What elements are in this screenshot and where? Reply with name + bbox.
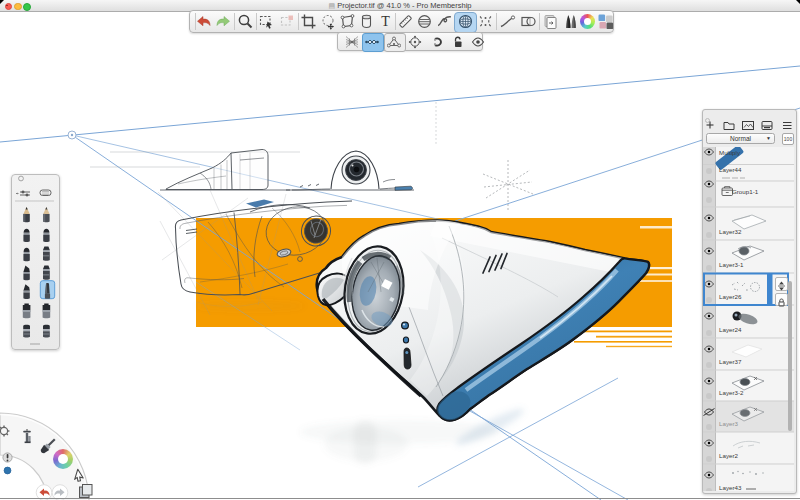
svg-text:Layer37: Layer37 [719,358,742,365]
svg-text:Layer3-1: Layer3-1 [719,261,744,268]
svg-text:Layer43: Layer43 [719,484,742,491]
svg-text:Layer3: Layer3 [719,420,738,427]
svg-text:Layer2: Layer2 [719,452,738,459]
svg-text:Layer44: Layer44 [719,166,742,173]
svg-text:Layer24: Layer24 [719,326,742,333]
svg-text:Group1-1: Group1-1 [732,188,759,195]
svg-text:Layer26: Layer26 [719,293,742,300]
svg-text:Multiply: Multiply [719,149,741,156]
svg-text:T: T [381,14,390,29]
svg-text:Layer3-2: Layer3-2 [719,389,744,396]
svg-text:Layer32: Layer32 [719,228,742,235]
